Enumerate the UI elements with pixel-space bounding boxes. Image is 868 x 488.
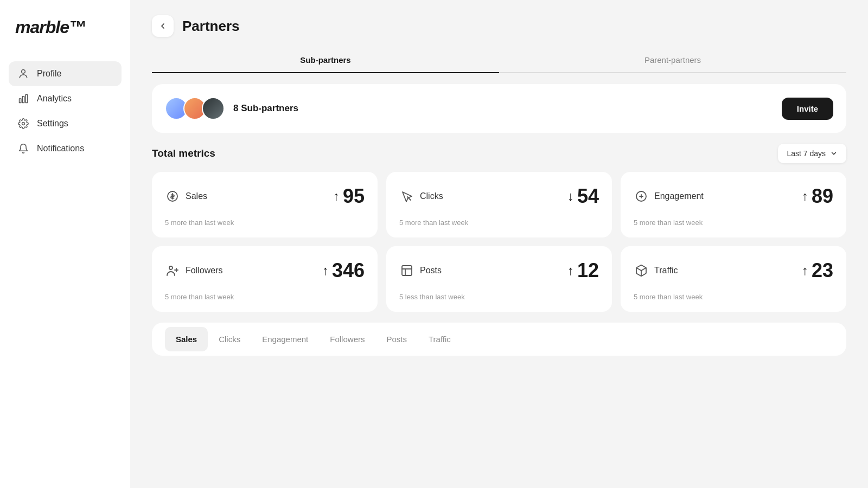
person-icon — [17, 68, 29, 80]
metric-sub-traffic: 5 more than last week — [634, 293, 833, 301]
metric-sub-followers: 5 more than last week — [165, 293, 365, 301]
followers-icon — [165, 263, 180, 278]
period-label: Last 7 days — [787, 149, 826, 158]
sidebar-label-notifications: Notifications — [37, 144, 84, 153]
metric-top-clicks: Clicks ↓ 54 — [399, 185, 599, 208]
metric-value-sales: ↑ 95 — [333, 185, 365, 208]
bottom-tabs: Sales Clicks Engagement Followers Posts … — [165, 327, 833, 351]
metric-sub-engagement: 5 more than last week — [634, 219, 833, 227]
svg-rect-9 — [402, 266, 412, 275]
metric-top-posts: Posts ↑ 12 — [399, 259, 599, 282]
metric-number-followers: 346 — [332, 259, 365, 282]
period-selector[interactable]: Last 7 days — [778, 144, 846, 163]
tab-sub-partners[interactable]: Sub-partners — [152, 48, 499, 73]
metric-top-sales: Sales ↑ 95 — [165, 185, 365, 208]
metric-value-engagement: ↑ 89 — [802, 185, 833, 208]
metric-value-posts: ↑ 12 — [567, 259, 599, 282]
metric-label-followers: Followers — [165, 263, 222, 278]
metric-top-engagement: Engagement ↑ 89 — [634, 185, 833, 208]
bottom-tab-engagement[interactable]: Engagement — [251, 327, 319, 351]
metric-number-clicks: 54 — [577, 185, 599, 208]
sidebar-item-settings[interactable]: Settings — [9, 111, 122, 136]
metric-name-sales: Sales — [186, 191, 207, 201]
metric-value-clicks: ↓ 54 — [567, 185, 599, 208]
sidebar: marble™ Profile Analytics — [0, 0, 130, 488]
avatars-group — [165, 97, 225, 120]
arrow-down-icon: ↓ — [567, 189, 574, 204]
page-title: Partners — [182, 18, 240, 35]
metric-value-traffic: ↑ 23 — [802, 259, 833, 282]
svg-rect-2 — [22, 97, 24, 103]
metric-card-sales: Sales ↑ 95 5 more than last week — [152, 172, 378, 237]
app-logo: marble™ — [9, 17, 122, 37]
arrow-up-icon: ↑ — [322, 263, 329, 278]
metric-name-engagement: Engagement — [654, 191, 704, 201]
metrics-title: Total metrics — [152, 147, 215, 159]
metric-label-sales: Sales — [165, 189, 207, 204]
sidebar-item-profile[interactable]: Profile — [9, 61, 122, 86]
page-header: Partners — [130, 0, 868, 48]
avatar — [202, 97, 225, 120]
posts-icon — [399, 263, 414, 278]
bottom-tab-posts[interactable]: Posts — [375, 327, 418, 351]
sidebar-label-settings: Settings — [37, 119, 68, 129]
metric-number-posts: 12 — [577, 259, 599, 282]
dollar-circle-icon — [165, 189, 180, 204]
bottom-tab-clicks[interactable]: Clicks — [208, 327, 251, 351]
bar-chart-icon — [17, 93, 29, 105]
bottom-tab-sales[interactable]: Sales — [165, 327, 208, 351]
arrow-up-icon: ↑ — [802, 189, 808, 204]
metric-name-followers: Followers — [186, 266, 222, 275]
gear-icon — [17, 118, 29, 130]
metric-label-posts: Posts — [399, 263, 442, 278]
back-button[interactable] — [152, 15, 174, 37]
main-content: Partners Sub-partners Parent-partners 8 … — [130, 0, 868, 488]
chevron-down-icon — [830, 150, 838, 157]
metric-sub-clicks: 5 more than last week — [399, 219, 599, 227]
metric-label-clicks: Clicks — [399, 189, 443, 204]
arrow-up-icon: ↑ — [802, 263, 808, 278]
bottom-tab-traffic[interactable]: Traffic — [418, 327, 462, 351]
metric-label-traffic: Traffic — [634, 263, 678, 278]
bottom-tab-followers[interactable]: Followers — [319, 327, 375, 351]
metric-card-posts: Posts ↑ 12 5 less than last week — [386, 246, 612, 312]
metric-number-traffic: 23 — [812, 259, 833, 282]
sidebar-label-profile: Profile — [37, 69, 61, 79]
metrics-header: Total metrics Last 7 days — [152, 144, 846, 163]
svg-rect-3 — [25, 95, 27, 103]
metric-name-traffic: Traffic — [654, 266, 678, 275]
sidebar-nav: Profile Analytics Settings — [9, 61, 122, 161]
metric-top-followers: Followers ↑ 346 — [165, 259, 365, 282]
partners-row: 8 Sub-partners Invite — [165, 97, 833, 120]
tab-parent-partners[interactable]: Parent-partners — [499, 48, 846, 73]
bottom-tabs-card: Sales Clicks Engagement Followers Posts … — [152, 323, 846, 356]
svg-point-0 — [22, 70, 25, 74]
bell-icon — [17, 143, 29, 155]
svg-point-8 — [169, 266, 173, 269]
partner-tabs: Sub-partners Parent-partners — [152, 48, 846, 73]
sidebar-item-analytics[interactable]: Analytics — [9, 86, 122, 111]
partners-count: 8 Sub-partners — [233, 103, 298, 114]
metric-name-posts: Posts — [420, 266, 442, 275]
metric-name-clicks: Clicks — [420, 191, 443, 201]
metric-top-traffic: Traffic ↑ 23 — [634, 259, 833, 282]
metric-card-followers: Followers ↑ 346 5 more than last week — [152, 246, 378, 312]
metric-value-followers: ↑ 346 — [322, 259, 365, 282]
arrow-up-icon: ↑ — [567, 263, 574, 278]
metrics-grid: Sales ↑ 95 5 more than last week — [152, 172, 846, 312]
invite-button[interactable]: Invite — [782, 98, 833, 120]
metric-sub-sales: 5 more than last week — [165, 219, 365, 227]
metric-number-sales: 95 — [343, 185, 365, 208]
sidebar-item-notifications[interactable]: Notifications — [9, 136, 122, 161]
metric-card-clicks: Clicks ↓ 54 5 more than last week — [386, 172, 612, 237]
content-area: Sub-partners Parent-partners 8 Sub-partn… — [130, 48, 868, 488]
svg-point-4 — [22, 123, 25, 125]
traffic-icon — [634, 263, 649, 278]
engagement-icon — [634, 189, 649, 204]
metric-card-traffic: Traffic ↑ 23 5 more than last week — [621, 246, 846, 312]
arrow-up-icon: ↑ — [333, 189, 340, 204]
cursor-icon — [399, 189, 414, 204]
metric-sub-posts: 5 less than last week — [399, 293, 599, 301]
metric-card-engagement: Engagement ↑ 89 5 more than last week — [621, 172, 846, 237]
svg-rect-1 — [20, 99, 21, 103]
